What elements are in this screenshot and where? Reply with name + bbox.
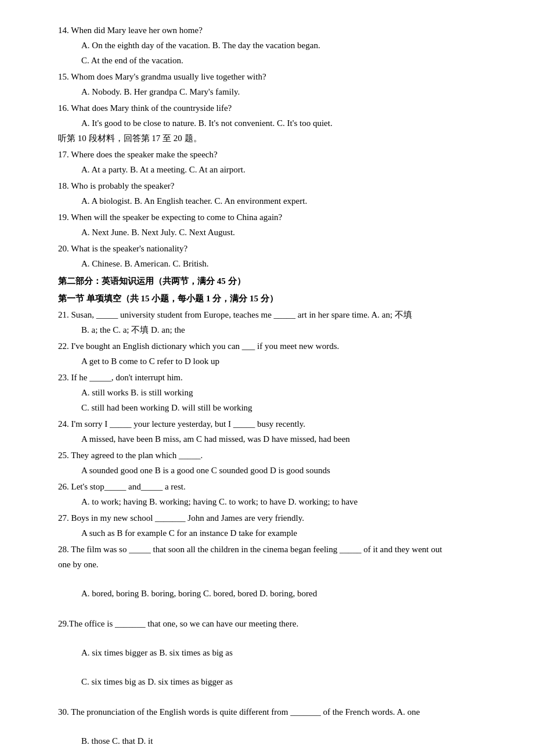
q28-text: 28. The film was so _____ that soon all … xyxy=(58,542,488,556)
question-20: 20. What is the speaker's nationality? A… xyxy=(58,242,488,271)
question-17: 17. Where does the speaker make the spee… xyxy=(58,147,488,177)
question-16: 16. What does Mary think of the countrys… xyxy=(58,101,488,145)
q30-opts: B. those C. that D. it xyxy=(81,734,488,748)
q18-text: 18. Who is probably the speaker? xyxy=(58,179,488,193)
question-30: 30. The pronunciation of the English wor… xyxy=(58,691,488,748)
question-27: 27. Boys in my new school _______ John a… xyxy=(58,511,488,540)
question-14: 14. When did Mary leave her own home? A.… xyxy=(58,23,488,67)
q14-text: 14. When did Mary leave her own home? xyxy=(58,23,488,37)
q26-text: 26. Let's stop_____ and_____ a rest. xyxy=(58,480,488,494)
q20-text: 20. What is the speaker's nationality? xyxy=(58,242,488,255)
q28-text2: one by one. xyxy=(58,557,488,571)
q27-opts: A such as B for example C for an instanc… xyxy=(81,526,488,540)
q22-opts: A get to B come to C refer to D look up xyxy=(81,354,488,368)
q24-text: 24. I'm sorry I _____ your lecture yeste… xyxy=(58,417,488,431)
q16-text: 16. What does Mary think of the countrys… xyxy=(58,101,488,115)
q29-opts-c: C. six times big as D. six times as bigg… xyxy=(81,675,488,689)
q16-opts: A. It's good to be close to nature. B. I… xyxy=(81,116,488,130)
q19-opts: A. Next June. B. Next July. C. Next Augu… xyxy=(81,225,488,239)
q30-text: 30. The pronunciation of the English wor… xyxy=(58,705,488,719)
q20-opts: A. Chinese. B. American. C. British. xyxy=(81,257,488,271)
q26-opts: A. to work; having B. working; having C.… xyxy=(81,495,488,509)
q15-text: 15. Whom does Mary's grandma usually liv… xyxy=(58,70,488,84)
question-25: 25. They agreed to the plan which _____.… xyxy=(58,448,488,477)
q25-opts: A sounded good one B is a good one C sou… xyxy=(81,463,488,477)
question-29: 29.The office is _______ that one, so we… xyxy=(58,603,488,689)
q16-chinese: 听第 10 段材料，回答第 17 至 20 题。 xyxy=(58,131,488,145)
q23-text: 23. If he _____, don't interrupt him. xyxy=(58,370,488,384)
q24-opts: A missed, have been B miss, am C had mis… xyxy=(81,432,488,446)
q23-opts-a: A. still works B. is still working xyxy=(81,386,488,399)
q25-text: 25. They agreed to the plan which _____. xyxy=(58,448,488,462)
section2-sub: 第一节 单项填空（共 15 小题，每小题 1 分，满分 15 分） xyxy=(58,291,488,305)
q22-text: 22. I've bought an English dictionary wh… xyxy=(58,339,488,353)
question-18: 18. Who is probably the speaker? A. A bi… xyxy=(58,179,488,208)
q17-opts: A. At a party. B. At a meeting. C. At an… xyxy=(81,163,488,177)
q29-opts-a: A. six times bigger as B. six times as b… xyxy=(81,646,488,660)
question-28: 28. The film was so _____ that soon all … xyxy=(58,542,488,600)
question-15: 15. Whom does Mary's grandma usually liv… xyxy=(58,70,488,99)
question-19: 19. When will the speaker be expecting t… xyxy=(58,210,488,239)
exam-content: 14. When did Mary leave her own home? A.… xyxy=(58,23,488,748)
q15-opts: A. Nobody. B. Her grandpa C. Mary's fami… xyxy=(81,85,488,99)
section2-header: 第二部分：英语知识运用（共两节，满分 45 分） xyxy=(58,274,488,288)
q23-opts-c: C. still had been working D. will still … xyxy=(81,401,488,415)
q28-opts: A. bored, boring B. boring, boring C. bo… xyxy=(81,586,488,600)
q18-opts: A. A biologist. B. An English teacher. C… xyxy=(81,194,488,208)
q29-text: 29.The office is _______ that one, so we… xyxy=(58,617,488,631)
q14-opts-ab: A. On the eighth day of the vacation. B.… xyxy=(81,38,488,52)
question-23: 23. If he _____, don't interrupt him. A.… xyxy=(58,370,488,415)
question-26: 26. Let's stop_____ and_____ a rest. A. … xyxy=(58,480,488,509)
q21-text: 21. Susan, _____ university student from… xyxy=(58,308,488,322)
q17-text: 17. Where does the speaker make the spee… xyxy=(58,147,488,161)
question-24: 24. I'm sorry I _____ your lecture yeste… xyxy=(58,417,488,446)
q27-text: 27. Boys in my new school _______ John a… xyxy=(58,511,488,525)
q21-opts-b: B. a; the C. a; 不填 D. an; the xyxy=(81,323,488,337)
q14-opts-c: C. At the end of the vacation. xyxy=(81,53,488,67)
question-21: 21. Susan, _____ university student from… xyxy=(58,308,488,337)
q19-text: 19. When will the speaker be expecting t… xyxy=(58,210,488,224)
question-22: 22. I've bought an English dictionary wh… xyxy=(58,339,488,368)
